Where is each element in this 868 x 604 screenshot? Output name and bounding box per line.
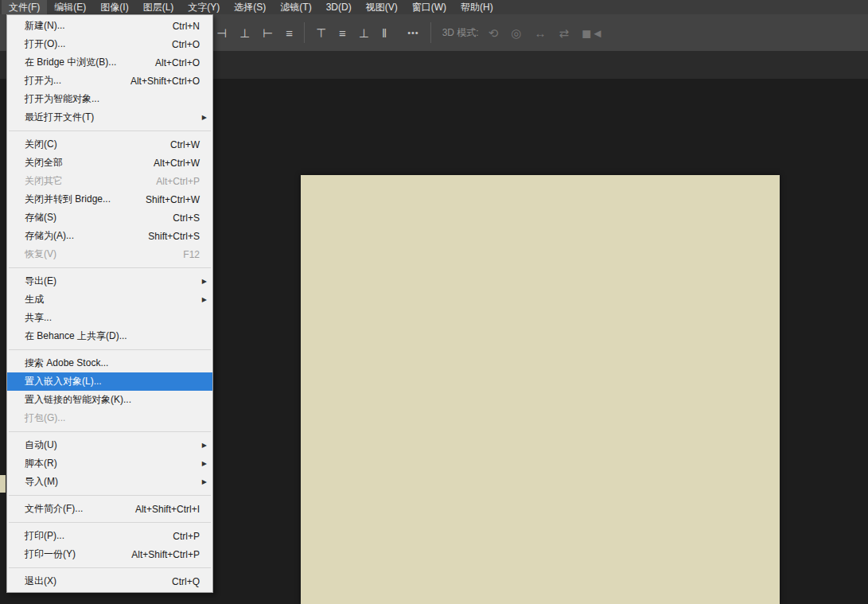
menu-item-shortcut: Ctrl+P (173, 531, 200, 542)
menu-item-label: 新建(N)... (25, 19, 65, 33)
menu-item-label: 打开为... (25, 74, 61, 88)
menu-item-label: 存储(S) (25, 211, 56, 224)
align-top-edges-icon[interactable]: ⊤ (316, 27, 326, 39)
align-left-edges-icon[interactable]: ⊣ (216, 27, 227, 39)
menubar-item[interactable]: 文件(F) (2, 0, 47, 14)
menu-item-shortcut: Alt+Ctrl+P (156, 176, 200, 187)
menu-item-label: 打开为智能对象... (25, 92, 99, 106)
menu-separator (9, 495, 211, 496)
align-icon-group-1: ⊣⊥⊢≡ (216, 27, 293, 39)
menubar-item[interactable]: 文字(Y) (181, 0, 227, 14)
menu-item: 恢复(V)F12 (7, 245, 212, 263)
menu-item-shortcut: Alt+Shift+Ctrl+O (130, 76, 200, 87)
menu-item-label: 关闭(C) (25, 138, 57, 151)
submenu-arrow-icon: ▶ (202, 460, 207, 467)
menu-item[interactable]: 置入链接的智能对象(K)... (7, 391, 212, 409)
menubar-item[interactable]: 视图(V) (359, 0, 405, 14)
options-separator (304, 22, 305, 43)
menu-item-shortcut: Alt+Ctrl+O (155, 57, 200, 68)
submenu-arrow-icon: ▶ (202, 442, 207, 449)
menu-item[interactable]: 自动(U)▶ (7, 436, 212, 454)
menu-item[interactable]: 置入嵌入对象(L)... (7, 372, 212, 391)
menu-item[interactable]: 在 Behance 上共享(D)... (7, 327, 212, 345)
menu-item-label: 文件简介(F)... (25, 502, 83, 516)
file-menu: 新建(N)...Ctrl+N打开(O)...Ctrl+O在 Bridge 中浏览… (6, 14, 213, 593)
menu-separator (9, 522, 211, 523)
menu-item[interactable]: 脚本(R)▶ (7, 454, 212, 473)
menu-item[interactable]: 导出(E)▶ (7, 272, 212, 290)
menu-item[interactable]: 新建(N)...Ctrl+N (7, 17, 212, 35)
menubar-item[interactable]: 编辑(E) (47, 0, 93, 14)
menubar-item[interactable]: 图像(I) (93, 0, 135, 14)
menu-item-label: 生成 (25, 293, 44, 306)
menu-item-label: 脚本(R) (25, 457, 57, 470)
menu-separator (9, 431, 211, 432)
distribute-horizontal-centers-icon[interactable]: ‖ (382, 27, 387, 39)
menu-item[interactable]: 打印一份(Y)Alt+Shift+Ctrl+P (7, 545, 212, 563)
menu-item-label: 在 Bridge 中浏览(B)... (25, 56, 116, 69)
menu-item-label: 在 Behance 上共享(D)... (25, 329, 127, 343)
menubar-item[interactable]: 帮助(H) (453, 0, 500, 14)
menu-item[interactable]: 导入(M)▶ (7, 473, 212, 491)
menu-item[interactable]: 文件简介(F)...Alt+Shift+Ctrl+I (7, 500, 212, 518)
menu-item-label: 关闭全部 (25, 156, 63, 170)
3d-pan-icon: ↔ (534, 27, 546, 39)
options-separator (430, 22, 431, 43)
menu-item[interactable]: 打开(O)...Ctrl+O (7, 35, 212, 53)
menu-item-shortcut: Alt+Shift+Ctrl+P (131, 549, 200, 560)
menubar-item[interactable]: 3D(D) (319, 0, 359, 14)
menubar-item[interactable]: 滤镜(T) (273, 0, 318, 14)
menu-item[interactable]: 生成▶ (7, 290, 212, 309)
submenu-arrow-icon: ▶ (202, 278, 207, 285)
menu-item-label: 打印一份(Y) (25, 547, 76, 561)
menu-item-label: 置入嵌入对象(L)... (25, 375, 102, 388)
menu-item-label: 打开(O)... (25, 37, 65, 51)
menu-item-label: 关闭并转到 Bridge... (25, 193, 111, 206)
menubar-item[interactable]: 图层(L) (136, 0, 181, 14)
menu-item[interactable]: 在 Bridge 中浏览(B)...Alt+Ctrl+O (7, 53, 212, 72)
menu-item-shortcut: Alt+Ctrl+W (154, 158, 200, 169)
menu-item-shortcut: Ctrl+W (170, 139, 200, 150)
menu-item-label: 打印(P)... (25, 529, 64, 543)
menu-item-shortcut: Ctrl+S (173, 212, 200, 224)
distribute-vertical-centers-icon[interactable]: ≡ (339, 27, 346, 39)
submenu-arrow-icon: ▶ (202, 296, 207, 303)
menu-separator (9, 131, 211, 131)
menu-item[interactable]: 最近打开文件(T)▶ (7, 108, 212, 127)
menu-item[interactable]: 打印(P)...Ctrl+P (7, 527, 212, 545)
menu-item[interactable]: 打开为智能对象... (7, 90, 212, 108)
menu-item[interactable]: 关闭全部Alt+Ctrl+W (7, 154, 212, 172)
align-bottom-edges-icon[interactable]: ≡ (286, 27, 293, 39)
more-options-button[interactable]: ••• (407, 28, 419, 37)
menu-item-label: 退出(X) (25, 575, 56, 588)
menu-item-shortcut: Shift+Ctrl+W (146, 194, 200, 205)
menu-item[interactable]: 关闭(C)Ctrl+W (7, 135, 212, 154)
3d-roll-icon: ◎ (511, 27, 521, 39)
3d-orbit-icon: ⟲ (488, 27, 499, 39)
menu-item-shortcut: Ctrl+O (172, 39, 200, 50)
menubar-item[interactable]: 窗口(W) (405, 0, 453, 14)
menu-item-label: 自动(U) (25, 438, 57, 452)
menu-item[interactable]: 存储为(A)...Shift+Ctrl+S (7, 227, 212, 245)
menu-item-label: 恢复(V) (25, 247, 56, 261)
menu-item-shortcut: Ctrl+N (173, 21, 200, 32)
menu-item[interactable]: 搜索 Adobe Stock... (7, 354, 212, 372)
menu-item[interactable]: 打开为...Alt+Shift+Ctrl+O (7, 72, 212, 90)
menu-item: 关闭其它Alt+Ctrl+P (7, 172, 212, 190)
tools-panel-sliver (0, 475, 6, 493)
menu-item[interactable]: 关闭并转到 Bridge...Shift+Ctrl+W (7, 190, 212, 208)
align-horizontal-centers-icon[interactable]: ⊥ (239, 27, 250, 39)
align-bottom-edges-icon[interactable]: ⊥ (359, 27, 369, 39)
menubar-item[interactable]: 选择(S) (227, 0, 273, 14)
menu-item-label: 最近打开文件(T) (25, 111, 94, 124)
align-right-edges-icon[interactable]: ⊢ (263, 27, 273, 39)
3d-mode-label: 3D 模式: (442, 26, 479, 40)
document-canvas[interactable] (301, 175, 780, 604)
menu-item[interactable]: 存储(S)Ctrl+S (7, 208, 212, 227)
menu-item-shortcut: Shift+Ctrl+S (148, 231, 200, 242)
menu-item[interactable]: 共享... (7, 309, 212, 327)
menu-item-shortcut: Alt+Shift+Ctrl+I (135, 504, 200, 515)
menu-item[interactable]: 退出(X)Ctrl+Q (7, 572, 212, 590)
3d-slide-icon: ⇄ (559, 27, 569, 39)
menu-item-shortcut: Ctrl+Q (172, 576, 200, 587)
